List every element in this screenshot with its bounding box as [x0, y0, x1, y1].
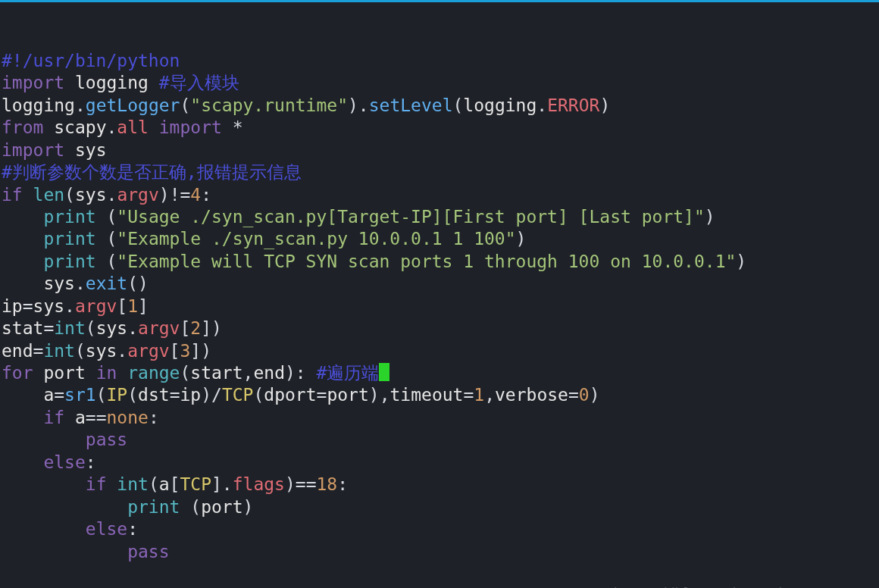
code-token: [117, 363, 127, 383]
code-token: logging: [463, 95, 536, 115]
code-token: [2, 274, 43, 293]
code-token: else: [43, 452, 85, 472]
code-token: scapy: [54, 117, 106, 137]
code-line: pass: [2, 541, 877, 563]
code-token: import: [2, 140, 64, 160]
code-token: else: [86, 519, 127, 539]
code-token: !=: [170, 185, 191, 205]
code-token: sys: [75, 140, 107, 160]
code-line: if a==none:: [2, 407, 877, 429]
code-token: ): [705, 207, 715, 227]
code-token: [33, 363, 44, 383]
code-token: ): [590, 385, 600, 405]
code-token: .: [107, 185, 117, 205]
code-token: (: [180, 497, 201, 517]
code-line: from scapy.all import *: [2, 117, 877, 139]
code-line: print (port): [2, 496, 877, 518]
code-token: [64, 73, 75, 92]
code-line: pass: [2, 429, 877, 451]
code-token: 1: [127, 296, 138, 316]
code-token: :: [127, 519, 138, 539]
code-token: .: [358, 95, 369, 115]
code-token: ): [348, 95, 358, 115]
code-line: ip=sys.argv[1]: [2, 296, 877, 317]
code-token: =: [170, 385, 180, 405]
code-token: ,: [484, 385, 495, 405]
code-token: flags: [233, 474, 285, 494]
code-token: ].: [211, 474, 233, 494]
code-token: ]): [190, 341, 211, 361]
code-token: #导入模块: [159, 73, 239, 92]
code-token: =: [54, 385, 64, 405]
code-token: end: [253, 363, 285, 383]
code-token: 0: [579, 385, 590, 405]
code-token: (: [453, 95, 464, 115]
code-token: ip: [2, 296, 23, 316]
code-token: [106, 474, 117, 494]
code-token: =: [43, 318, 54, 338]
code-token: sys: [96, 318, 128, 338]
code-token: [: [117, 296, 127, 316]
code-token: ]): [201, 318, 222, 338]
code-line: print ("Example ./syn_scan.py 10.0.0.1 1…: [2, 228, 877, 250]
code-token: :: [201, 185, 211, 205]
code-token: .: [75, 274, 86, 293]
code-line: #判断参数个数是否正确,报错提示信息: [2, 161, 877, 183]
text-cursor: [379, 363, 389, 381]
code-token: print: [127, 497, 180, 517]
code-token: (: [86, 318, 96, 338]
code-token: [2, 474, 86, 494]
code-token: int: [117, 474, 149, 494]
code-line: if len(sys.argv)!=4:: [2, 184, 877, 206]
code-token: [222, 117, 233, 137]
code-token: [2, 408, 43, 427]
code-token: sr1: [64, 385, 96, 405]
code-token: end: [2, 341, 33, 361]
code-token: (): [127, 274, 149, 293]
code-token: print: [43, 252, 95, 271]
code-token: if: [2, 185, 23, 205]
code-token: 1: [474, 385, 484, 405]
code-token: [: [170, 474, 180, 494]
code-token: [2, 452, 43, 472]
code-line: print ("Usage ./syn_scan.py[Target-IP][F…: [2, 206, 877, 228]
code-token: =: [317, 385, 327, 405]
code-token: a: [159, 474, 170, 494]
code-token: [2, 497, 127, 517]
code-token: (: [149, 474, 159, 494]
code-token: ): [736, 252, 746, 271]
code-token: len: [33, 185, 65, 205]
code-token: print: [43, 229, 95, 249]
code-token: "scapy.runtime": [190, 95, 348, 115]
code-token: [86, 363, 96, 383]
code-token: [2, 252, 43, 271]
code-token: dst: [138, 385, 170, 405]
code-token: .: [536, 95, 547, 115]
code-token: import: [2, 73, 64, 92]
code-token: #遍历端: [317, 363, 380, 383]
code-token: in: [96, 363, 117, 383]
code-token: sys: [43, 274, 75, 293]
code-token: [149, 73, 159, 92]
code-line: logging.getLogger("scapy.runtime").setLe…: [2, 95, 877, 117]
code-token: print: [43, 207, 95, 227]
code-token: [2, 542, 127, 561]
code-token: start: [190, 363, 242, 383]
code-token: [2, 207, 43, 227]
code-token: (: [96, 252, 117, 271]
code-token: argv: [138, 318, 180, 338]
code-line: import logging #导入模块: [2, 72, 877, 94]
code-line: print ("Example will TCP SYN scan ports …: [2, 251, 877, 273]
code-token: pass: [86, 430, 127, 449]
code-token: *: [233, 117, 243, 137]
code-token: (: [180, 95, 190, 115]
code-token: =: [33, 341, 44, 361]
code-token: ,: [243, 363, 254, 383]
code-token: ),: [369, 385, 390, 405]
code-token: [2, 430, 86, 449]
code-token: ]: [138, 296, 149, 316]
code-token: all: [117, 117, 149, 137]
code-line: a=sr1(IP(dst=ip)/TCP(dport=port),timeout…: [2, 384, 877, 406]
code-token: 3: [180, 341, 190, 361]
code-token: )==: [285, 474, 317, 494]
